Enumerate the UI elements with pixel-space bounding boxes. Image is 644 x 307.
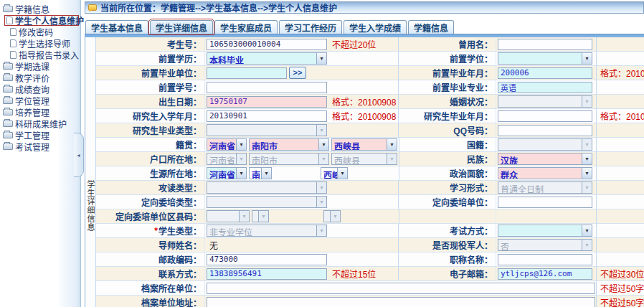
tab-work-history[interactable]: 学习工作经历 — [279, 20, 342, 34]
app-window: 学籍信息 学生个人信息维护 修改密码 学生选择导师 指导报告书录入 学期选课 教… — [0, 0, 644, 307]
sidebar-item-change-password[interactable]: 修改密码 — [10, 27, 79, 37]
nationality-select: ▾ — [498, 138, 592, 151]
folder-icon — [3, 6, 13, 12]
sidebar-item-degree-mgmt[interactable]: 学位管理 — [3, 95, 79, 106]
archive-addr-input[interactable] — [207, 297, 595, 307]
prior-education-select[interactable]: 本科毕业 ▾ — [207, 52, 327, 65]
enroll-ym-input[interactable] — [207, 110, 327, 122]
examinee-no-input[interactable] — [207, 39, 327, 50]
sidebar-item-xueji-xinxi[interactable]: 学籍信息 — [3, 4, 79, 14]
grad-ym-hint: 格式：20100908 — [596, 109, 644, 123]
sidebar-item-grades-query[interactable]: 成绩查询 — [3, 84, 79, 95]
household-city-select: 南阳市 ▾ — [249, 153, 329, 165]
sidebar-item-select-tutor[interactable]: 学生选择导师 — [10, 38, 79, 49]
form-side-strip: 学生详细信息 — [85, 37, 96, 307]
household-label: 户口所在地： — [96, 152, 205, 166]
title-name-input[interactable] — [498, 254, 592, 265]
prior-major-label: 前置毕业专业： — [399, 80, 496, 95]
panel-vertical-title: 学生详细信息 — [85, 180, 96, 232]
chevron-down-icon: ▾ — [387, 154, 397, 164]
archive-unit-label: 档案所在单位： — [96, 281, 205, 296]
archive-unit-input[interactable] — [207, 283, 595, 294]
prior-degree-select[interactable]: ▾ — [498, 52, 592, 65]
chevron-down-icon: ▾ — [582, 53, 592, 64]
active-soldier-select: 否 ▾ — [498, 239, 592, 251]
native-place-province-select[interactable]: 河南省 ▾ — [207, 138, 247, 151]
sidebar-item-teaching-eval[interactable]: 教学评价 — [3, 72, 79, 83]
native-place-city-select[interactable]: 南阳市 ▾ — [249, 138, 329, 151]
prior-grad-unit-label: 前置毕业单位： — [96, 66, 205, 80]
archive-unit-hint: 不超过50字 — [596, 281, 644, 296]
prior-student-no-input[interactable] — [207, 82, 327, 93]
political-select[interactable]: 群众 ▾ — [498, 167, 592, 179]
tab-xueji-info[interactable]: 学籍信息 — [408, 20, 454, 34]
origin-province-select[interactable]: 河南省 ▾ — [207, 167, 247, 179]
grad-ym-label: 研究生毕业年月： — [399, 109, 496, 123]
enroll-ym-label: 研究生入学年月： — [96, 109, 205, 123]
origin-label: 生源所在地： — [96, 166, 205, 181]
sidebar-item-research-results[interactable]: 科研成果维护 — [3, 118, 79, 129]
prior-major-input[interactable] — [498, 82, 592, 93]
archive-addr-hint: 不超过50字 — [596, 296, 644, 307]
folder-icon — [3, 86, 13, 93]
contact-input[interactable] — [207, 268, 327, 280]
sidebar-item-personal-info[interactable]: 学生个人信息维护 — [4, 15, 79, 26]
native-place-county-select[interactable]: 西峡县 ▾ — [331, 138, 397, 151]
chevron-down-icon: ▾ — [582, 154, 592, 164]
folder-icon — [3, 143, 13, 150]
prior-grad-unit-input[interactable] — [207, 67, 287, 79]
tab-detail-info[interactable]: 学生详细信息 — [150, 20, 213, 34]
chevron-down-icon: ▾ — [239, 211, 249, 222]
prior-grad-ym-input[interactable] — [498, 67, 592, 79]
birth-date-input[interactable] — [207, 96, 327, 108]
ethnicity-select[interactable]: 汉族 ▾ — [498, 153, 592, 165]
tab-basic-info[interactable]: 学生基本信息 — [85, 20, 148, 34]
chevron-down-icon: ▾ — [316, 53, 326, 64]
collapse-arrow-icon: ◂ — [77, 152, 80, 159]
former-name-input[interactable] — [498, 39, 592, 50]
sidebar-item-guidance-report[interactable]: 指导报告书录入 — [10, 49, 79, 60]
chevron-down-icon: ▾ — [318, 139, 328, 150]
chevron-down-icon: ▾ — [330, 211, 340, 222]
sidebar-collapse-handle[interactable]: ◂ — [74, 133, 84, 177]
tutor-value: 无 — [207, 239, 218, 251]
sidebar-item-exam-mgmt[interactable]: 考试管理 — [3, 141, 79, 152]
chevron-down-icon: ▾ — [337, 168, 347, 179]
chevron-down-icon: ▾ — [582, 182, 592, 193]
prior-education-label: 前置学历： — [96, 52, 205, 66]
page-icon — [6, 16, 13, 24]
grad-ym-input[interactable] — [498, 110, 592, 122]
targeted-unit-input[interactable] — [498, 197, 592, 208]
chevron-down-icon: ▾ — [582, 168, 592, 179]
postcode-input[interactable] — [207, 254, 327, 265]
chevron-down-icon: ▾ — [236, 139, 246, 150]
sidebar: 学籍信息 学生个人信息维护 修改密码 学生选择导师 指导报告书录入 学期选课 教… — [0, 0, 81, 307]
birth-date-label: 出生日期： — [96, 95, 205, 109]
email-label: 电子邮箱： — [399, 267, 496, 281]
email-input[interactable] — [498, 268, 592, 280]
tab-entrance-scores[interactable]: 学生入学成绩 — [344, 20, 407, 34]
exam-mode-select[interactable]: ▾ — [498, 225, 592, 237]
tab-family-members[interactable]: 学生家庭成员 — [214, 20, 278, 34]
lookup-button[interactable]: >> — [289, 67, 306, 79]
chevron-down-icon: ▾ — [261, 168, 271, 179]
qq-input[interactable] — [498, 125, 592, 136]
sidebar-item-training-mgmt[interactable]: 培养管理 — [3, 107, 79, 118]
origin-county-select[interactable]: 西峡 ▾ — [321, 167, 348, 179]
marital-select: ▾ — [498, 95, 592, 108]
origin-city-select[interactable]: 南 ▾ — [249, 167, 272, 179]
prior-grad-ym-label: 前置毕业年月： — [399, 66, 496, 80]
prior-degree-label: 前置学位： — [399, 52, 496, 66]
folder-icon — [3, 121, 13, 127]
folder-icon — [3, 132, 13, 138]
postcode-label: 邮政编码： — [96, 252, 205, 267]
archive-addr-label: 档案单位地址： — [96, 296, 205, 307]
grad-type-select: ▾ — [207, 124, 327, 136]
sidebar-item-course-selection[interactable]: 学期选课 — [3, 61, 79, 72]
breadcrumb: 当前所在位置：学籍管理-->学生基本信息-->学生个人信息维护 — [85, 1, 644, 14]
student-type-select: 非专业学位 ▾ — [207, 225, 327, 237]
contact-label: 联系方式： — [96, 267, 205, 281]
targeted-type-label: 定向委培类型： — [96, 195, 205, 209]
sidebar-item-student-work[interactable]: 学工管理 — [3, 130, 79, 141]
chevron-down-icon: ▾ — [582, 225, 592, 236]
